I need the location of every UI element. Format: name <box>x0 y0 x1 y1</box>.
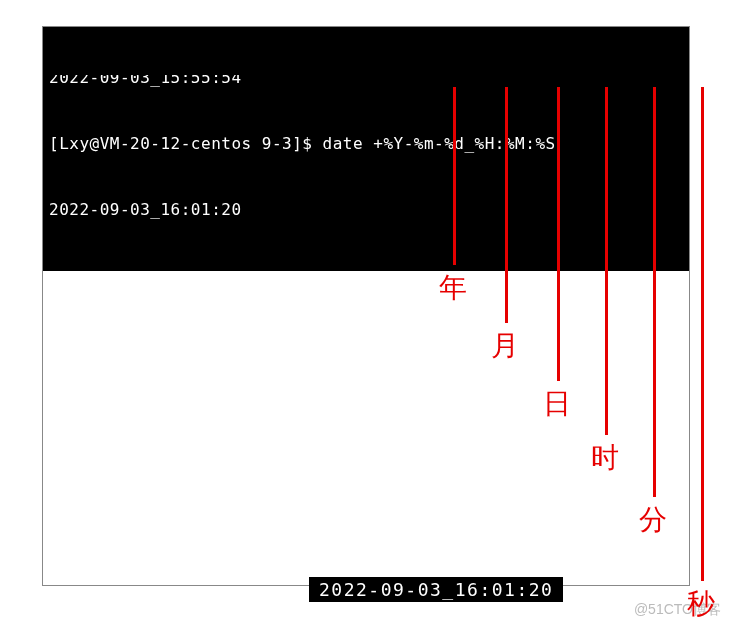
terminal-partial-text: 2022-09-03_15:55:54 <box>49 75 242 87</box>
annotation-label-3: 时 <box>591 439 619 477</box>
annotation-label-1: 月 <box>491 327 519 365</box>
annotation-label-2: 日 <box>543 385 571 423</box>
annotation-line-1 <box>505 87 508 323</box>
annotation-line-0 <box>453 87 456 265</box>
annotation-line-2 <box>557 87 560 381</box>
annotation-label-5: 秒 <box>687 585 715 623</box>
terminal-output: 2022-09-03_16:01:20 <box>49 199 683 221</box>
terminal-prompt: [Lxy@VM-20-12-centos 9-3]$ <box>49 134 323 153</box>
terminal-command-line: [Lxy@VM-20-12-centos 9-3]$ date +%Y-%m-%… <box>49 133 683 155</box>
annotation-label-0: 年 <box>439 269 467 307</box>
annotation-line-5 <box>701 87 704 581</box>
annotation-line-3 <box>605 87 608 435</box>
terminal-block: 2022-09-03_15:55:54 [Lxy@VM-20-12-centos… <box>43 27 689 271</box>
highlighted-output-bar: 2022-09-03_16:01:20 <box>309 577 563 602</box>
terminal-partial-line: 2022-09-03_15:55:54 <box>49 75 683 89</box>
annotation-line-4 <box>653 87 656 497</box>
terminal-command: date +%Y-%m-%d_%H:%M:%S <box>323 134 556 153</box>
annotation-label-4: 分 <box>639 501 667 539</box>
diagram-frame: 2022-09-03_15:55:54 [Lxy@VM-20-12-centos… <box>42 26 690 586</box>
